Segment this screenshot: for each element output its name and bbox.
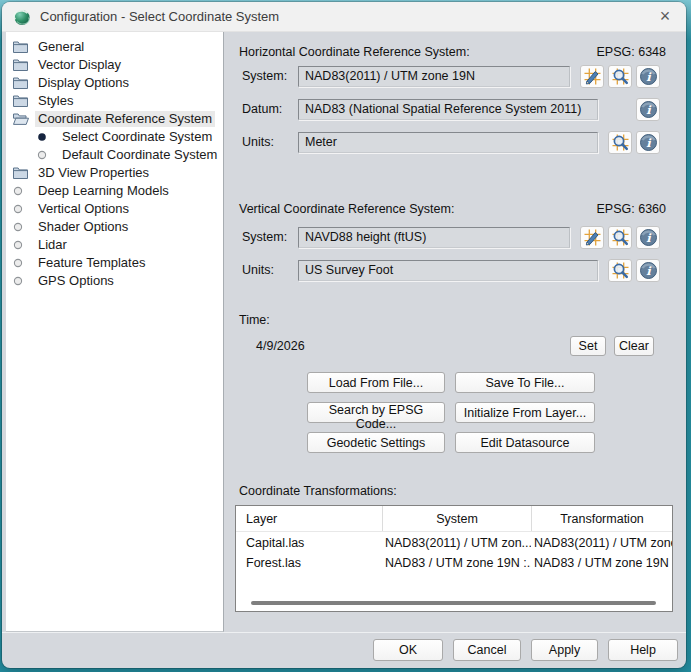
info-icon: i xyxy=(639,100,658,119)
datum-label: Datum: xyxy=(242,102,298,116)
sidebar-item-deep-learning-models[interactable]: Deep Learning Models xyxy=(6,182,223,200)
horizontal-crs-header: Horizontal Coordinate Reference System: … xyxy=(239,44,666,60)
sidebar-item-shader-options[interactable]: Shader Options xyxy=(6,218,223,236)
horizontal-datum-info-button[interactable]: i xyxy=(636,98,660,121)
action-buttons: Load From File... Save To File... Search… xyxy=(307,372,672,453)
system-label: System: xyxy=(242,230,298,244)
sidebar-item-feature-templates[interactable]: Feature Templates xyxy=(6,254,223,272)
sidebar-item-coordinate-reference-system[interactable]: Coordinate Reference System xyxy=(6,110,223,128)
table-row-capital-las[interactable]: Capital.lasNAD83(2011) / UTM zon...NAD83… xyxy=(236,533,672,553)
time-label: Time: xyxy=(239,313,672,329)
tree-item-icon xyxy=(13,222,35,232)
tree-item-label: Lidar xyxy=(35,237,70,253)
help-button[interactable]: Help xyxy=(608,639,678,661)
column-header-transformation[interactable]: Transformation xyxy=(531,506,672,531)
radio-circle-icon xyxy=(13,258,23,268)
horizontal-crs-title: Horizontal Coordinate Reference System: xyxy=(239,45,470,59)
horizontal-units-search-button[interactable] xyxy=(608,131,632,154)
tree-item-label: Default Coordinate System xyxy=(59,147,220,163)
tree-item-label: Display Options xyxy=(35,75,132,91)
tree-item-label: Feature Templates xyxy=(35,255,148,271)
time-value: 4/9/2026 xyxy=(256,339,305,353)
radio-circle-icon xyxy=(13,276,23,286)
sidebar-item-select-coordinate-system[interactable]: Select Coordinate System xyxy=(6,128,223,146)
folder-icon xyxy=(13,59,28,71)
info-icon: i xyxy=(639,228,658,247)
cancel-button[interactable]: Cancel xyxy=(453,639,521,661)
initialize-from-layer-button[interactable]: Initialize From Layer... xyxy=(455,402,595,423)
horizontal-system-field[interactable]: NAD83(2011) / UTM zone 19N xyxy=(298,66,570,87)
column-header-layer[interactable]: Layer xyxy=(236,506,382,531)
sidebar-item-vertical-options[interactable]: Vertical Options xyxy=(6,200,223,218)
column-header-system[interactable]: System xyxy=(382,506,531,531)
sidebar-item-3d-view-properties[interactable]: 3D View Properties xyxy=(6,164,223,182)
radio-circle-icon xyxy=(13,186,23,196)
close-button[interactable]: × xyxy=(644,2,686,32)
tree-item-label: General xyxy=(35,39,87,55)
vertical-units-row: Units: US Survey Foot i xyxy=(242,259,672,281)
table-cell: NAD83(2011) / UTM zon... xyxy=(382,536,531,550)
tree-item-icon xyxy=(13,113,35,125)
horizontal-units-info-button[interactable]: i xyxy=(636,131,660,154)
radio-circle-icon xyxy=(37,150,47,160)
vertical-system-edit-button[interactable] xyxy=(580,226,604,249)
table-cell: NAD83(2011) / UTM zone... xyxy=(531,536,672,550)
sidebar-item-vector-display[interactable]: Vector Display xyxy=(6,56,223,74)
info-icon: i xyxy=(639,261,658,280)
table-cell: Capital.las xyxy=(236,536,382,550)
sidebar-item-lidar[interactable]: Lidar xyxy=(6,236,223,254)
search-magnifier-icon xyxy=(611,261,630,280)
tree-item-label: Deep Learning Models xyxy=(35,183,172,199)
ok-button[interactable]: OK xyxy=(373,639,443,661)
tree-item-label: Select Coordinate System xyxy=(59,129,215,145)
vertical-system-field[interactable]: NAVD88 height (ftUS) xyxy=(298,227,570,248)
vertical-units-info-button[interactable]: i xyxy=(636,259,660,282)
vertical-epsg-code: EPSG: 6360 xyxy=(597,202,667,216)
search-magnifier-icon xyxy=(611,133,630,152)
horizontal-system-row: System: NAD83(2011) / UTM zone 19N i xyxy=(242,65,672,87)
tree-item-label: Shader Options xyxy=(35,219,131,235)
clear-time-button[interactable]: Clear xyxy=(614,336,654,356)
apply-button[interactable]: Apply xyxy=(531,639,598,661)
table-row-forest-las[interactable]: Forest.lasNAD83 / UTM zone 19N :...NAD83… xyxy=(236,553,672,573)
horizontal-system-edit-button[interactable] xyxy=(580,65,604,88)
tree-item-label: Vertical Options xyxy=(35,201,132,217)
table-cell: NAD83 / UTM zone 19N :... xyxy=(382,556,531,570)
vertical-system-search-button[interactable] xyxy=(608,226,632,249)
vertical-system-info-button[interactable]: i xyxy=(636,226,660,249)
sidebar-item-display-options[interactable]: Display Options xyxy=(6,74,223,92)
horizontal-datum-field[interactable]: NAD83 (National Spatial Reference System… xyxy=(298,99,598,120)
sidebar-item-styles[interactable]: Styles xyxy=(6,92,223,110)
tree-item-label: Styles xyxy=(35,93,76,109)
vertical-units-field[interactable]: US Survey Foot xyxy=(298,260,598,281)
tree-item-icon xyxy=(13,77,35,89)
sidebar-item-default-coordinate-system[interactable]: Default Coordinate System xyxy=(6,146,223,164)
horizontal-units-field[interactable]: Meter xyxy=(298,132,598,153)
horizontal-system-search-button[interactable] xyxy=(608,65,632,88)
sidebar-item-general[interactable]: General xyxy=(6,38,223,56)
folder-icon xyxy=(13,77,28,89)
search-by-epsg-button[interactable]: Search by EPSG Code... xyxy=(307,402,445,423)
edit-pencil-icon xyxy=(583,228,602,247)
selected-bullet-icon xyxy=(37,132,47,142)
info-icon: i xyxy=(639,67,658,86)
tree-item-icon xyxy=(13,258,35,268)
titlebar[interactable]: Configuration - Select Coordinate System… xyxy=(2,2,686,32)
scrollbar-thumb[interactable] xyxy=(251,601,656,605)
edit-pencil-icon xyxy=(583,67,602,86)
sidebar-item-gps-options[interactable]: GPS Options xyxy=(6,272,223,290)
time-row: 4/9/2026 Set Clear xyxy=(242,336,672,356)
tree-item-icon xyxy=(37,132,59,142)
edit-datasource-button[interactable]: Edit Datasource xyxy=(455,432,595,453)
save-to-file-button[interactable]: Save To File... xyxy=(455,372,595,393)
horizontal-system-info-button[interactable]: i xyxy=(636,65,660,88)
tree-item-icon xyxy=(13,95,35,107)
load-from-file-button[interactable]: Load From File... xyxy=(307,372,445,393)
geodetic-settings-button[interactable]: Geodetic Settings xyxy=(307,432,445,453)
vertical-units-search-button[interactable] xyxy=(608,259,632,282)
tree-item-label: GPS Options xyxy=(35,273,117,289)
tree-item-icon xyxy=(13,167,35,179)
horizontal-scrollbar[interactable] xyxy=(251,601,656,607)
tree-item-label: Vector Display xyxy=(35,57,124,73)
set-time-button[interactable]: Set xyxy=(570,336,606,356)
